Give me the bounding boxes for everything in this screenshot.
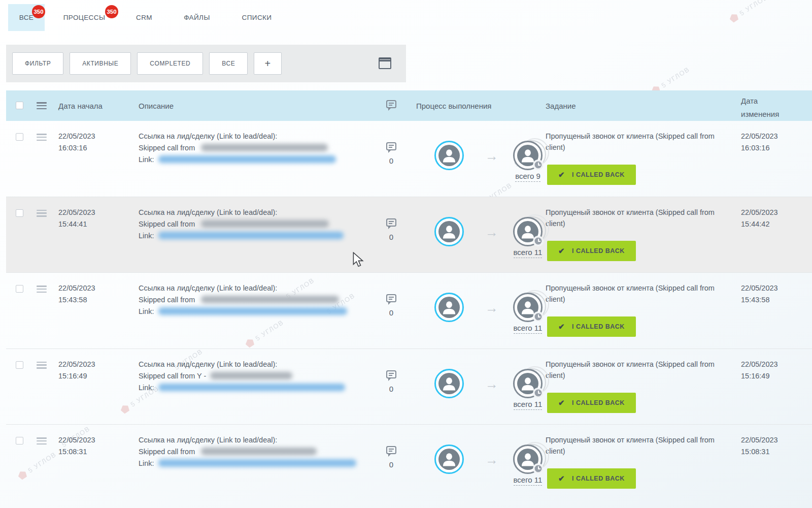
preset-completed-button[interactable]: COMPLETED [137, 52, 203, 75]
comments-count: 0 [385, 385, 397, 393]
comments-icon[interactable] [385, 142, 397, 154]
preset-active-button[interactable]: АКТИВНЫЕ [70, 52, 131, 75]
redacted-link[interactable] [158, 155, 336, 163]
add-preset-button[interactable]: + [254, 52, 281, 75]
redacted-name [201, 144, 328, 151]
i-called-back-button[interactable]: ✔ I CALLED BACK [547, 316, 636, 337]
assignees-avatar-stack[interactable] [513, 141, 543, 170]
tab-files[interactable]: ФАЙЛЫ [182, 4, 212, 31]
person-icon [441, 147, 458, 164]
start-date: 22/05/202315:16:49 [58, 359, 95, 382]
description: Ссылка на лид/сделку (Link to lead/deal)… [139, 282, 347, 318]
description-line1: Ссылка на лид/сделку (Link to lead/deal)… [139, 207, 344, 218]
column-process[interactable]: Процесс выполнения [416, 102, 491, 110]
check-icon: ✔ [558, 474, 565, 483]
task-title: Пропущеный звонок от клиента (Skipped ca… [546, 131, 734, 153]
redacted-link[interactable] [158, 307, 347, 315]
start-date: 22/05/202315:44:41 [58, 207, 95, 230]
description-line3: Link: [139, 382, 345, 394]
initiator-avatar[interactable] [434, 217, 464, 246]
description: Ссылка на лид/сделку (Link to lead/deal)… [139, 359, 345, 394]
table-row: 22/05/202315:08:31 Ссылка на лид/сделку … [6, 425, 812, 508]
i-called-back-button[interactable]: ✔ I CALLED BACK [547, 241, 636, 261]
row-checkbox[interactable] [16, 209, 23, 217]
start-date: 22/05/202315:08:31 [58, 434, 95, 458]
column-modified[interactable]: Дата изменения [741, 94, 789, 121]
initiator-avatar[interactable] [434, 293, 464, 322]
row-menu-icon[interactable] [37, 210, 47, 217]
arrow-right-icon: → [485, 148, 498, 164]
comments-count: 0 [385, 233, 397, 241]
description-line2: Skipped call from Y - [139, 370, 345, 382]
column-start-date[interactable]: Дата начала [58, 102, 103, 110]
person-icon [441, 299, 458, 316]
person-icon [441, 451, 458, 468]
comments-icon[interactable] [385, 370, 397, 382]
i-called-back-button[interactable]: ✔ I CALLED BACK [547, 468, 636, 489]
table-row: 22/05/202315:44:41 Ссылка на лид/сделку … [6, 197, 812, 273]
row-checkbox[interactable] [16, 361, 23, 369]
preset-all-button[interactable]: ВСЕ [209, 52, 248, 75]
initiator-avatar[interactable] [434, 141, 464, 170]
filter-bar: ФИЛЬТР АКТИВНЫЕ COMPLETED ВСЕ + [6, 45, 406, 82]
view-mode-icon[interactable] [379, 57, 391, 69]
tab-crm[interactable]: CRM [134, 4, 154, 31]
row-menu-icon[interactable] [37, 285, 47, 293]
description: Ссылка на лид/сделку (Link to lead/deal)… [139, 207, 344, 242]
description-line2: Skipped call from [139, 218, 344, 230]
description-line1: Ссылка на лид/сделку (Link to lead/deal)… [139, 282, 347, 294]
description: Ссылка на лид/сделку (Link to lead/deal)… [139, 131, 336, 166]
assignees-avatar-stack[interactable] [513, 217, 543, 246]
row-menu-icon[interactable] [37, 362, 47, 369]
description-line3: Link: [139, 154, 336, 166]
description-line2: Skipped call from [139, 142, 336, 154]
row-checkbox[interactable] [16, 437, 23, 444]
clock-badge-icon [533, 311, 544, 322]
assignees-avatar-stack[interactable] [513, 369, 543, 398]
table-row: 22/05/202315:16:49 Ссылка на лид/сделку … [6, 349, 812, 425]
description-line2: Skipped call from [139, 446, 356, 458]
initiator-avatar[interactable] [434, 444, 464, 474]
i-called-back-button[interactable]: ✔ I CALLED BACK [547, 165, 636, 185]
header-menu-icon[interactable] [37, 102, 47, 109]
select-all-checkbox[interactable] [16, 102, 23, 109]
assignees-avatar-stack[interactable] [513, 444, 543, 474]
row-menu-icon[interactable] [37, 437, 47, 444]
clock-badge-icon [533, 388, 544, 398]
initiator-avatar[interactable] [434, 369, 464, 398]
process-list: 22/05/202316:03:16 Ссылка на лид/сделку … [6, 121, 812, 508]
check-icon: ✔ [558, 398, 565, 407]
comments-icon[interactable] [385, 446, 397, 458]
comments-count: 0 [385, 308, 397, 317]
comments-column-icon[interactable] [385, 100, 397, 112]
tab-lists[interactable]: СПИСКИ [241, 4, 273, 31]
check-icon: ✔ [558, 322, 565, 331]
redacted-link[interactable] [158, 232, 344, 239]
comments-icon[interactable] [385, 294, 397, 306]
clock-badge-icon [533, 160, 544, 170]
description-line3: Link: [139, 230, 344, 242]
column-task[interactable]: Задание [546, 102, 576, 110]
redacted-name [210, 372, 292, 379]
column-description[interactable]: Описание [139, 102, 174, 110]
filter-button[interactable]: ФИЛЬТР [12, 52, 63, 75]
person-icon [441, 375, 458, 392]
description: Ссылка на лид/сделку (Link to lead/deal)… [139, 434, 356, 469]
row-checkbox[interactable] [16, 133, 23, 141]
row-menu-icon[interactable] [37, 134, 47, 141]
person-icon [441, 223, 458, 240]
modified-date: 22/05/202315:08:31 [741, 434, 778, 458]
start-date: 22/05/202316:03:16 [58, 131, 95, 154]
description-line2: Skipped call from [139, 294, 347, 306]
redacted-link[interactable] [158, 384, 345, 391]
tab-bar: ВСЕ 350 ПРОЦЕССЫ 350 CRM ФАЙЛЫ СПИСКИ [0, 0, 812, 36]
redacted-name [201, 448, 317, 455]
clock-badge-icon [533, 236, 544, 246]
row-checkbox[interactable] [16, 285, 23, 293]
check-icon: ✔ [558, 170, 565, 179]
redacted-link[interactable] [158, 459, 356, 467]
i-called-back-button[interactable]: ✔ I CALLED BACK [547, 393, 636, 413]
comments-icon[interactable] [385, 218, 397, 230]
tab-processes[interactable]: ПРОЦЕССЫ [62, 4, 106, 31]
assignees-avatar-stack[interactable] [513, 293, 543, 322]
